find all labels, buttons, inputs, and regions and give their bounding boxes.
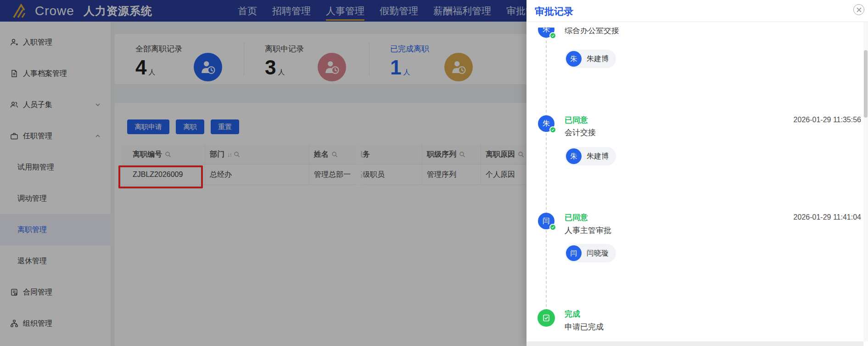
scrollbar-thumb[interactable] — [864, 50, 868, 118]
drawer-header: 审批记录 — [526, 0, 868, 22]
timeline-step-label: 会计交接 — [565, 127, 596, 138]
approval-timeline: 朱 综合办公室交接 朱 朱建博 朱 已同意 2026-01-29 11:35:5… — [526, 28, 868, 346]
timeline-status: 已同意 — [565, 115, 588, 125]
timeline-status: 完成 — [565, 309, 580, 319]
drawer-title: 审批记录 — [535, 5, 573, 18]
timeline-node-avatar: 闫 — [538, 213, 554, 229]
approver-chip: 朱 朱建博 — [565, 147, 616, 165]
completed-check-icon — [538, 309, 555, 327]
timeline-step-label: 综合办公室交接 — [565, 28, 619, 36]
check-badge-icon — [549, 32, 556, 39]
close-icon[interactable] — [853, 4, 864, 15]
timeline-node-avatar: 朱 — [538, 28, 554, 38]
avatar: 闫 — [566, 245, 582, 261]
approver-name: 闫晓璇 — [587, 249, 609, 258]
timeline-step-label: 申请已完成 — [565, 322, 604, 332]
drawer-mask[interactable] — [0, 0, 526, 346]
approver-chip: 朱 朱建博 — [565, 50, 616, 68]
approval-records-drawer: 审批记录 朱 综合办公室交接 朱 朱建博 朱 已同意 2026-01 — [526, 0, 868, 346]
approver-name: 朱建博 — [587, 152, 609, 161]
approver-name: 朱建博 — [587, 54, 609, 64]
approver-chip: 闫 闫晓璇 — [565, 244, 616, 262]
timeline-connector — [546, 28, 547, 316]
check-badge-icon — [549, 224, 556, 231]
timeline-step-label: 人事主管审批 — [565, 225, 611, 236]
timeline-timestamp: 2026-01-29 11:35:56 — [794, 116, 861, 124]
avatar: 朱 — [566, 148, 582, 164]
horizontal-scrollbar[interactable] — [526, 341, 863, 346]
check-badge-icon — [549, 126, 556, 133]
avatar: 朱 — [566, 51, 582, 67]
app-root: Crowe 人力资源系统 首页 招聘管理 人事管理 假勤管理 薪酬福利管理 审批… — [0, 0, 868, 346]
timeline-status: 已同意 — [565, 212, 588, 223]
timeline-timestamp: 2026-01-29 11:41:04 — [794, 213, 861, 221]
timeline-node-avatar: 朱 — [538, 115, 554, 132]
